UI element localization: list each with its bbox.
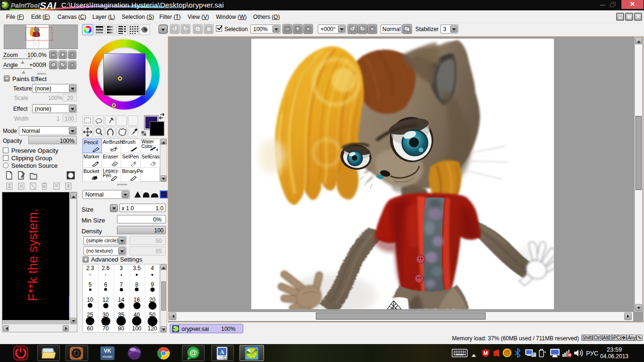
svg-text:PaintTool: PaintTool (11, 2, 40, 9)
svg-text:A: A (220, 348, 224, 355)
svg-text:@: @ (190, 348, 198, 357)
svg-text:S: S (133, 161, 136, 165)
svg-text:M: M (483, 350, 487, 356)
svg-text:SAI: SAI (40, 0, 57, 10)
svg-text:music: music (103, 354, 113, 359)
svg-text:S: S (153, 162, 155, 165)
svg-text:VK: VK (104, 348, 111, 354)
